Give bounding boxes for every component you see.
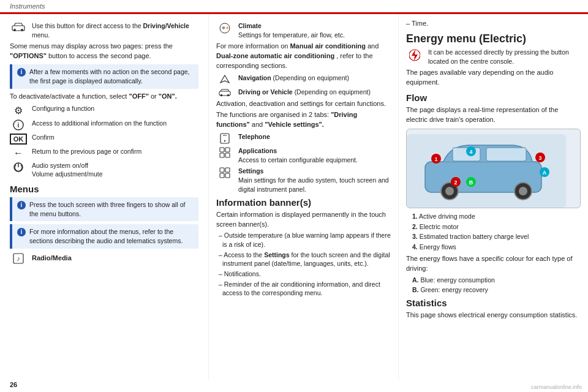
music-icon: ♪ bbox=[10, 252, 27, 264]
climate-text: Climate Settings for temperature, air fl… bbox=[238, 21, 391, 39]
menus-title: Menus bbox=[10, 184, 198, 194]
menus-section: Menus i Press the touch screen with thre… bbox=[10, 184, 198, 264]
svg-point-1 bbox=[13, 29, 16, 31]
middle-column: ❄ ☀ Climate Settings for temperature, ai… bbox=[208, 14, 398, 380]
back-row: ← Return to the previous page or confirm bbox=[10, 147, 198, 159]
svg-point-2 bbox=[21, 29, 23, 31]
info-box-1: i After a few moments with no action on … bbox=[10, 64, 198, 88]
applications-row: Applications Access to certain configura… bbox=[216, 146, 391, 164]
dash-item-3: – Reminder of the air conditioning infor… bbox=[216, 280, 391, 298]
energy-flows-text: The energy flows have a specific colour … bbox=[406, 254, 581, 274]
svg-marker-28 bbox=[412, 50, 418, 61]
some-menus-text: Some menus may display across two pages:… bbox=[10, 42, 198, 61]
svg-rect-23 bbox=[220, 168, 224, 172]
svg-rect-19 bbox=[220, 148, 224, 152]
driving-vehicle-icon-text: Driving or Vehicle (Depending on equipme… bbox=[238, 88, 391, 97]
car-icon bbox=[10, 21, 27, 32]
menus-info-box-2: i For more information about the menus, … bbox=[10, 224, 198, 248]
car-icon-2 bbox=[216, 88, 233, 97]
deactivate-text: To deactivate/activate a function, selec… bbox=[10, 92, 198, 102]
stats-title: Statistics bbox=[406, 298, 581, 308]
info-icon-menus2: i bbox=[17, 228, 26, 236]
info-banner-title: Information banner(s) bbox=[216, 197, 391, 208]
svg-point-15 bbox=[227, 94, 230, 97]
flow-diagram: NORMAL bbox=[406, 129, 581, 208]
svg-text:3: 3 bbox=[538, 155, 541, 161]
settings-row: Settings Main settings for the audio sys… bbox=[216, 167, 391, 194]
page-header: Instruments bbox=[0, 0, 588, 14]
list-item-4: 4. Energy flows bbox=[412, 243, 581, 252]
svg-rect-25 bbox=[220, 173, 224, 178]
back-arrow-icon: ← bbox=[10, 147, 27, 159]
list-item-3: 3. Estimated traction battery charge lev… bbox=[412, 232, 581, 241]
page-number: 26 bbox=[10, 381, 17, 388]
navigation-row: Navigation (Depending on equipment) bbox=[216, 74, 391, 85]
numbered-list: 1. Active driving mode 2. Electric motor… bbox=[406, 212, 581, 252]
svg-text:♪: ♪ bbox=[17, 255, 20, 262]
letter-item-b: B. Green: energy recovery bbox=[412, 285, 581, 295]
manual-air-text: For more information on Manual air condi… bbox=[216, 42, 391, 71]
lightning-icon bbox=[406, 48, 423, 62]
svg-marker-12 bbox=[221, 75, 229, 83]
energy-menu-title: Energy menu (Electric) bbox=[406, 32, 581, 45]
footer: 26 carmanualonline.info bbox=[0, 380, 588, 392]
svg-text:2: 2 bbox=[454, 179, 457, 186]
applications-icon bbox=[216, 146, 233, 158]
confirm-row: OK Confirm bbox=[10, 133, 198, 145]
config-function-text: Configuring a function bbox=[32, 104, 198, 113]
confirm-text: Confirm bbox=[32, 133, 198, 142]
audio-row: Audio system on/offVolume adjustment/mut… bbox=[10, 161, 198, 179]
main-content: Use this button for direct access to the… bbox=[0, 14, 588, 380]
svg-text:B: B bbox=[469, 179, 473, 186]
activation-text: Activation, deactivation and settings fo… bbox=[216, 99, 391, 109]
svg-rect-16 bbox=[221, 134, 229, 143]
svg-text:1: 1 bbox=[434, 156, 437, 162]
radio-media-label: Radio/Media bbox=[32, 254, 72, 262]
config-function-row: ⚙ Configuring a function bbox=[10, 104, 198, 116]
dash-item-1: – Access to the Settings for the touch s… bbox=[216, 251, 391, 268]
svg-rect-26 bbox=[225, 173, 230, 178]
dash-item-0: – Outside temperature (a blue warning la… bbox=[216, 231, 391, 249]
list-item-2: 2. Electric motor bbox=[412, 222, 581, 232]
audio-text: Audio system on/offVolume adjustment/mut… bbox=[32, 161, 198, 179]
page-header-title: Instruments bbox=[10, 2, 45, 10]
svg-rect-32 bbox=[486, 148, 526, 161]
stats-desc: This page shows electrical energy consum… bbox=[406, 311, 581, 320]
info-function-text: Access to additional information on the … bbox=[32, 119, 198, 128]
telephone-row: Telephone bbox=[216, 132, 391, 144]
flow-title: Flow bbox=[406, 92, 581, 103]
svg-rect-20 bbox=[225, 148, 230, 152]
flow-desc: The page displays a real-time representa… bbox=[406, 105, 581, 125]
flow-svg: 1 4 2 3 A B bbox=[407, 134, 566, 208]
radio-media-row: ♪ Radio/Media bbox=[10, 252, 198, 264]
energy-icon-row: It can be accessed directly by pressing … bbox=[406, 48, 581, 66]
power-icon bbox=[10, 161, 27, 173]
left-column: Use this button for direct access to the… bbox=[0, 14, 208, 380]
settings-icon bbox=[216, 167, 233, 178]
telephone-text: Telephone bbox=[238, 132, 391, 141]
svg-rect-24 bbox=[225, 168, 230, 172]
page: Instruments Use this button for direct a… bbox=[0, 0, 588, 392]
svg-point-36 bbox=[519, 187, 527, 195]
svg-rect-21 bbox=[220, 153, 224, 157]
telephone-icon bbox=[216, 132, 233, 144]
ok-icon: OK bbox=[10, 133, 27, 145]
svg-point-18 bbox=[224, 140, 225, 141]
svg-text:i: i bbox=[18, 122, 20, 129]
navigation-icon bbox=[216, 74, 233, 85]
navigation-text: Navigation (Depending on equipment) bbox=[238, 74, 391, 83]
letter-item-a: A. Blue: energy consumption bbox=[412, 276, 581, 285]
climate-icon: ❄ ☀ bbox=[216, 21, 233, 34]
watermark-text: carmanualonline.info bbox=[531, 384, 582, 390]
dash-item-2: – Notifications. bbox=[216, 270, 391, 279]
svg-point-34 bbox=[445, 187, 454, 195]
info-icon-menus1: i bbox=[17, 201, 26, 209]
info-banner-intro: Certain information is displayed permane… bbox=[216, 210, 391, 230]
list-item-1: 1. Active driving mode bbox=[412, 212, 581, 221]
svg-rect-22 bbox=[225, 153, 230, 157]
applications-text: Applications Access to certain configura… bbox=[238, 146, 391, 164]
info-icon-1: i bbox=[17, 68, 26, 77]
right-column: – Time. Energy menu (Electric) It can be… bbox=[398, 14, 588, 380]
settings-text: Settings Main settings for the audio sys… bbox=[238, 167, 391, 194]
menus-info-box-1: i Press the touch screen with three fing… bbox=[10, 197, 198, 221]
